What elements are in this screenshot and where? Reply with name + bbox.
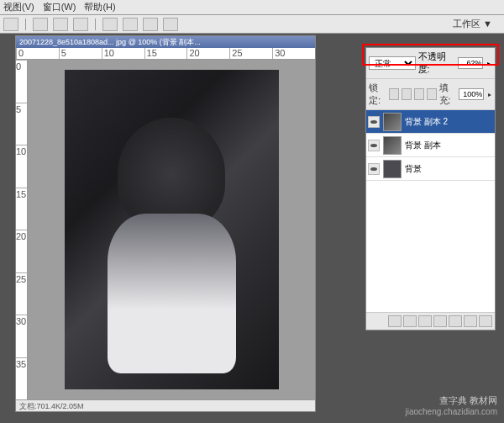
layer-item[interactable]: 背景 副本 2: [366, 110, 495, 134]
ruler-tick: 15: [144, 48, 187, 59]
visibility-icon[interactable]: [368, 163, 380, 175]
option-button-3[interactable]: [73, 18, 88, 31]
ruler-tick: 5: [59, 48, 102, 59]
layer-style-icon[interactable]: [403, 315, 417, 327]
new-layer-icon[interactable]: [464, 315, 477, 327]
opacity-label: 不透明度:: [418, 50, 456, 76]
ruler-horizontal: 0 5 10 15 20 25 30: [16, 48, 315, 60]
workarea-dropdown[interactable]: 工作区 ▼: [453, 18, 492, 30]
menu-bar: 视图(V) 窗口(W) 帮助(H): [0, 0, 504, 15]
layer-name: 背景 副本: [405, 140, 441, 151]
layer-name: 背景 副本 2: [405, 116, 448, 128]
ruler-tick: 20: [186, 48, 229, 59]
menu-view[interactable]: 视图(V): [3, 1, 34, 13]
watermark: 查字典 教材网 jiaocheng.chazidian.com: [405, 394, 497, 416]
layer-mask-icon[interactable]: [418, 315, 432, 327]
layers-panel: 正常 不透明度: ▸ 锁定: 填充: ▸ 背景 副本 2 背景 副本 背景: [365, 47, 496, 330]
option-button-2[interactable]: [53, 18, 68, 31]
ruler-tick: 35: [16, 357, 27, 400]
lock-image-icon[interactable]: [402, 88, 412, 100]
menu-window[interactable]: 窗口(W): [43, 1, 76, 13]
ruler-tick: 0: [16, 48, 59, 59]
separator: [95, 19, 96, 30]
ruler-tick: 0: [16, 60, 27, 103]
ruler-vertical: 0 5 10 15 20 25 30 35: [16, 60, 28, 399]
fill-label: 填充:: [439, 82, 457, 107]
fill-input[interactable]: [459, 88, 484, 100]
option-button-4[interactable]: [102, 18, 118, 31]
lock-all-icon[interactable]: [427, 88, 437, 100]
option-button-1[interactable]: [33, 18, 48, 31]
canvas-area[interactable]: [28, 60, 315, 399]
link-layers-icon[interactable]: [388, 315, 402, 327]
lock-position-icon[interactable]: [414, 88, 424, 100]
ruler-tick: 30: [16, 315, 27, 357]
panel-footer: [366, 312, 495, 330]
ruler-tick: 10: [102, 48, 144, 59]
menu-help[interactable]: 帮助(H): [84, 1, 115, 13]
adjustment-layer-icon[interactable]: [433, 315, 447, 327]
layer-item[interactable]: 背景: [366, 157, 495, 181]
tool-icon[interactable]: [3, 18, 18, 31]
fill-arrow-icon[interactable]: ▸: [486, 91, 492, 98]
layer-name: 背景: [405, 163, 422, 175]
visibility-icon[interactable]: [368, 140, 380, 151]
options-bar: 工作区 ▼: [0, 15, 504, 34]
visibility-icon[interactable]: [368, 116, 380, 128]
ruler-tick: 15: [16, 188, 27, 230]
layer-thumbnail[interactable]: [383, 113, 402, 131]
layer-list: 背景 副本 2 背景 副本 背景: [366, 110, 495, 312]
blend-mode-select[interactable]: 正常: [369, 56, 416, 70]
ruler-tick: 30: [272, 48, 315, 59]
layer-thumbnail[interactable]: [383, 136, 402, 155]
opacity-arrow-icon[interactable]: ▸: [486, 60, 492, 66]
document-window: 20071228_8e510a1808ad... jpg @ 100% (背景 …: [15, 35, 316, 412]
layer-thumbnail[interactable]: [383, 160, 402, 178]
status-bar: 文档:701.4K/2.05M: [16, 399, 315, 411]
photo-content: [65, 70, 279, 389]
lock-transparency-icon[interactable]: [389, 88, 399, 100]
ruler-tick: 5: [16, 103, 27, 145]
lock-label: 锁定:: [369, 82, 386, 107]
option-button-7[interactable]: [163, 18, 178, 31]
opacity-input[interactable]: [458, 57, 483, 69]
watermark-main: 查字典 教材网: [405, 394, 497, 407]
group-icon[interactable]: [449, 315, 462, 327]
option-button-6[interactable]: [143, 18, 158, 31]
layer-item[interactable]: 背景 副本: [366, 134, 495, 157]
watermark-sub: jiaocheng.chazidian.com: [405, 407, 497, 416]
ruler-tick: 25: [16, 272, 27, 315]
document-title: 20071228_8e510a1808ad... jpg @ 100% (背景 …: [16, 36, 315, 48]
separator: [25, 19, 26, 30]
trash-icon[interactable]: [479, 315, 492, 327]
ruler-tick: 10: [16, 145, 27, 188]
ruler-tick: 20: [16, 230, 27, 272]
option-button-5[interactable]: [123, 18, 138, 31]
ruler-tick: 25: [229, 48, 272, 59]
